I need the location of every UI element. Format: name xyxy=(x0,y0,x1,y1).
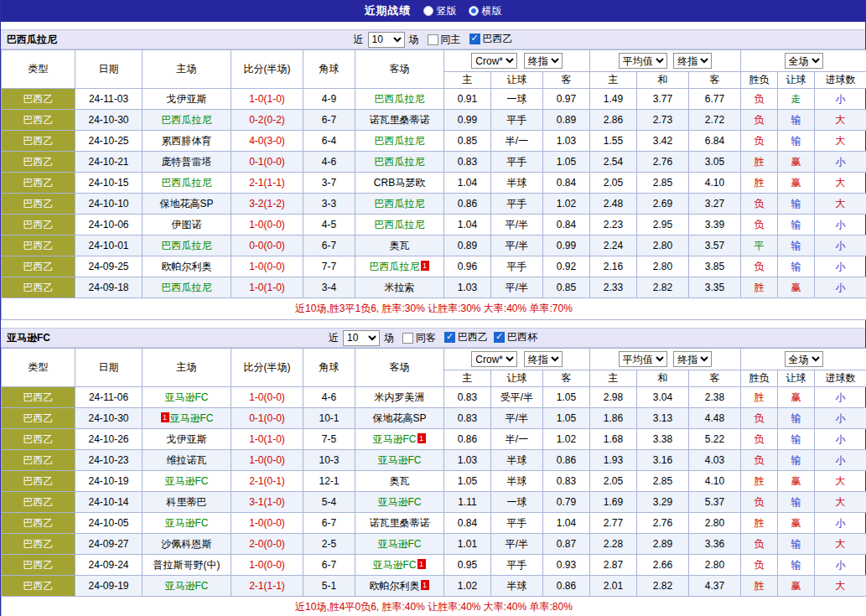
recent-count-select[interactable]: 10 xyxy=(368,32,405,48)
team-name: 保地花高SP xyxy=(159,198,213,210)
score-cell: 2-1(1-1) xyxy=(231,173,303,194)
handicap-cell: 平手 xyxy=(491,256,543,277)
date-cell: 24-10-25 xyxy=(75,131,143,152)
avg-draw-odds-cell: 2.66 xyxy=(637,555,689,576)
subcol-avg-draw: 和 xyxy=(637,370,689,387)
away-team-cell: 奥瓦 xyxy=(355,471,444,492)
wdl-result-cell: 负 xyxy=(741,89,778,110)
checkbox-icon[interactable] xyxy=(494,332,505,343)
date-cell: 24-09-27 xyxy=(75,534,143,555)
match-row: 巴西乙24-09-25欧帕尔利奥1-0(0-0)7-7巴西瓜拉尼10.96平手0… xyxy=(2,256,866,277)
away-odds-cell: 0.99 xyxy=(543,236,590,256)
handicap-cell: 平手 xyxy=(491,194,543,215)
handicap-result-cell: 赢 xyxy=(778,576,815,597)
checkbox-icon[interactable] xyxy=(428,34,438,45)
avg-away-odds-cell: 6.77 xyxy=(689,89,741,110)
away-odds-cell: 0.92 xyxy=(543,256,590,277)
layout-radio-vertical[interactable]: 竖版 xyxy=(423,4,457,18)
league-filter[interactable]: 巴西乙 xyxy=(469,32,513,46)
home-team-cell: 沙佩科恩斯 xyxy=(143,534,231,555)
results-table: 类型 日期 主场 比分(半场) 角球 客场 Crow* 终指 平均值 终指 xyxy=(1,348,866,616)
goals-result-cell: 小 xyxy=(815,256,866,277)
team-name: 维拉诺瓦 xyxy=(167,454,207,466)
final-odds-select[interactable]: 终指 xyxy=(673,53,712,69)
match-row: 巴西乙24-09-18巴西瓜拉尼1-0(1-0)3-4米拉索1.03平/半0.8… xyxy=(2,277,866,298)
avg-draw-odds-cell: 2.82 xyxy=(637,277,689,298)
corner-cell: 4-6 xyxy=(303,152,355,173)
match-row: 巴西乙24-10-19亚马逊FC2-1(0-1)12-1奥瓦1.05半球0.83… xyxy=(2,471,866,492)
match-row: 巴西乙24-09-24普拉斯哥野(中)1-0(0-0)6-7亚马逊FC10.95… xyxy=(2,555,866,576)
checkbox-icon[interactable] xyxy=(469,34,480,44)
away-odds-cell: 0.84 xyxy=(543,173,590,194)
team-name: 巴西瓜拉尼 xyxy=(375,198,425,210)
average-select[interactable]: 平均值 xyxy=(619,351,667,367)
goals-result-cell: 小 xyxy=(815,513,866,534)
avg-away-odds-cell: 3.27 xyxy=(689,194,741,215)
avg-draw-odds-cell: 3.04 xyxy=(637,387,689,408)
home-odds-cell: 0.83 xyxy=(444,152,491,173)
home-odds-cell: 1.04 xyxy=(444,173,491,194)
checkbox-icon[interactable] xyxy=(402,333,413,344)
home-team-cell: 巴西瓜拉尼 xyxy=(143,236,231,256)
avg-away-odds-cell: 2.38 xyxy=(689,387,741,408)
final-odds-select[interactable]: 终指 xyxy=(524,53,563,69)
full-match-select[interactable]: 全场 xyxy=(785,351,823,367)
league-filters: 巴西乙 xyxy=(464,32,513,47)
subcol-avg-away: 客 xyxy=(689,72,741,89)
away-team-cell: 保地花高SP xyxy=(355,408,444,429)
team-name: 戈伊亚斯 xyxy=(167,433,207,445)
recent-label: 近 xyxy=(329,331,339,345)
date-cell: 24-09-18 xyxy=(75,277,143,298)
layout-radio-horizontal[interactable]: 横版 xyxy=(469,4,502,18)
match-row: 巴西乙24-10-06伊图诺1-0(0-0)4-5巴西瓜拉尼1.04平/半0.8… xyxy=(2,215,866,236)
avg-away-odds-cell: 5.22 xyxy=(689,429,741,450)
red-card-badge: 1 xyxy=(421,261,429,271)
league-cell: 巴西乙 xyxy=(2,513,75,534)
goals-result-cell: 小 xyxy=(815,408,866,429)
away-team-cell: 巴西瓜拉尼 xyxy=(355,215,444,236)
corner-cell: 3-7 xyxy=(303,173,355,194)
away-team-cell: 米内罗美洲 xyxy=(355,387,444,408)
checkbox-icon[interactable] xyxy=(444,332,455,343)
bookmaker-select[interactable]: Crow* xyxy=(471,53,517,69)
handicap-result-cell: 赢 xyxy=(778,152,815,173)
recent-count-select[interactable]: 10 xyxy=(343,330,380,346)
radio-icon[interactable] xyxy=(423,6,433,16)
league-cell: 巴西乙 xyxy=(2,152,75,173)
full-match-select[interactable]: 全场 xyxy=(785,53,823,69)
home-odds-cell: 0.84 xyxy=(444,513,491,534)
away-odds-cell: 1.04 xyxy=(543,513,590,534)
col-type: 类型 xyxy=(2,349,75,387)
goals-result-cell: 小 xyxy=(815,89,866,110)
wdl-result-cell: 负 xyxy=(741,534,778,555)
home-team-cell: 戈伊亚斯 xyxy=(143,429,231,450)
avg-draw-odds-cell: 3.42 xyxy=(637,131,689,152)
avg-draw-odds-cell: 2.76 xyxy=(637,513,689,534)
goals-result-cell: 小 xyxy=(815,555,866,576)
date-cell: 24-10-26 xyxy=(75,429,143,450)
final-odds-select[interactable]: 终指 xyxy=(524,351,563,367)
corner-cell: 6-4 xyxy=(303,131,355,152)
corner-cell: 4-5 xyxy=(303,215,355,236)
radio-icon[interactable] xyxy=(469,6,479,16)
corner-cell: 6-7 xyxy=(303,236,355,256)
handicap-result-cell: 走 xyxy=(778,89,815,110)
average-select[interactable]: 平均值 xyxy=(619,53,667,69)
subcol-home-odds: 主 xyxy=(444,370,491,387)
bookmaker-select[interactable]: Crow* xyxy=(471,351,517,367)
avg-home-odds-cell: 2.23 xyxy=(590,215,637,236)
handicap-result-cell: 输 xyxy=(778,215,815,236)
home-team-cell: 维拉诺瓦 xyxy=(143,450,231,471)
score-cell: 2-1(1-1) xyxy=(231,576,303,597)
corner-cell: 2-5 xyxy=(303,534,355,555)
away-odds-cell: 1.05 xyxy=(543,387,590,408)
final-odds-select[interactable]: 终指 xyxy=(673,351,712,367)
league-cell: 巴西乙 xyxy=(2,534,75,555)
home-team-cell: 累西腓体育 xyxy=(143,131,231,152)
handicap-cell: 半/一 xyxy=(491,429,543,450)
league-filter[interactable]: 巴西杯 xyxy=(494,330,537,344)
same-venue-filter[interactable]: 同客 xyxy=(402,331,436,345)
away-team-cell: 诺瓦里桑蒂诺 xyxy=(355,110,444,131)
same-venue-filter[interactable]: 同主 xyxy=(428,33,461,47)
league-filter[interactable]: 巴西乙 xyxy=(444,330,488,344)
